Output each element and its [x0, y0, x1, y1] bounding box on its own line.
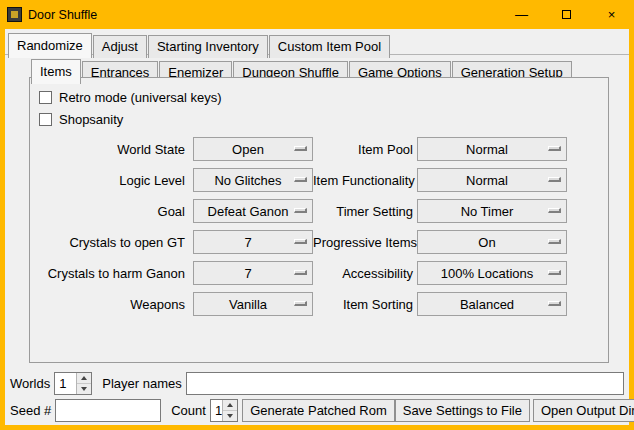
seed-row: Seed # Count 1 Generate Patched Rom Save… [5, 399, 629, 422]
close-button[interactable]: × [589, 0, 634, 29]
worlds-label: Worlds [10, 376, 50, 391]
dropdown-indicator-icon [294, 146, 307, 151]
stepper-down-icon[interactable] [77, 384, 91, 394]
minimize-button[interactable]: — [499, 0, 544, 29]
stepper-arrows [76, 373, 91, 394]
save-settings-button[interactable]: Save Settings to File [395, 399, 530, 422]
dropdown-value: Normal [466, 142, 518, 157]
dropdown-value: Defeat Ganon [208, 204, 299, 219]
maximize-icon [562, 10, 571, 19]
dropdown-indicator-icon [294, 208, 307, 213]
window-title: Door Shuffle [28, 8, 97, 22]
settings-row: Goal Defeat Ganon Timer Setting No Timer [30, 199, 608, 223]
label-item-functionality: Item Functionality [313, 173, 417, 188]
shopsanity-checkbox-box[interactable] [39, 113, 52, 126]
retro-mode-checkbox-box[interactable] [39, 91, 52, 104]
tab-items[interactable]: Items [31, 59, 81, 84]
settings-row: Crystals to open GT 7 Progressive Items … [30, 230, 608, 254]
outer-tab-bar: Randomize Adjust Starting Inventory Cust… [8, 33, 391, 58]
app-window: Door Shuffle — × Randomize Adjust Starti… [0, 0, 634, 430]
label-world-state: World State [30, 142, 193, 157]
dropdown-value: No Timer [461, 204, 524, 219]
dropdown-indicator-icon [548, 270, 561, 275]
items-tab-pane: Retro mode (universal keys) Shopsanity W… [29, 77, 609, 363]
label-crystals-harm-ganon: Crystals to harm Ganon [30, 266, 193, 281]
settings-row: World State Open Item Pool Normal [30, 137, 608, 161]
worlds-stepper[interactable]: 1 [54, 372, 92, 395]
dropdown-value: 100% Locations [441, 266, 544, 281]
player-names-input[interactable] [186, 372, 624, 395]
dropdown-indicator-icon [548, 177, 561, 182]
tab-randomize[interactable]: Randomize [8, 33, 92, 58]
dropdown-weapons[interactable]: Vanilla [193, 292, 313, 316]
seed-label: Seed # [10, 403, 51, 418]
tab-adjust[interactable]: Adjust [93, 35, 147, 58]
label-accessibility: Accessibility [313, 266, 417, 281]
title-bar[interactable]: Door Shuffle — × [0, 0, 634, 29]
dropdown-logic-level[interactable]: No Glitches [193, 168, 313, 192]
settings-row: Crystals to harm Ganon 7 Accessibility 1… [30, 261, 608, 285]
dropdown-value: 7 [244, 235, 261, 250]
client-area: Randomize Adjust Starting Inventory Cust… [5, 29, 629, 425]
worlds-value: 1 [55, 373, 76, 394]
checkbox-retro-mode[interactable]: Retro mode (universal keys) [30, 86, 608, 108]
dropdown-item-sorting[interactable]: Balanced [417, 292, 567, 316]
dropdown-value: On [478, 235, 505, 250]
label-weapons: Weapons [30, 297, 193, 312]
app-icon [7, 7, 22, 22]
label-crystals-open-gt: Crystals to open GT [30, 235, 193, 250]
count-stepper[interactable]: 1 [210, 399, 238, 422]
dropdown-value: Open [232, 142, 274, 157]
generate-patched-rom-button[interactable]: Generate Patched Rom [242, 399, 395, 422]
stepper-up-icon[interactable] [77, 373, 91, 384]
dropdown-indicator-icon [548, 301, 561, 306]
open-output-directory-button[interactable]: Open Output Directory [533, 399, 634, 422]
dropdown-value: Vanilla [229, 297, 277, 312]
retro-mode-label: Retro mode (universal keys) [59, 90, 222, 105]
count-label: Count [171, 403, 206, 418]
dropdown-item-functionality[interactable]: Normal [417, 168, 567, 192]
dropdown-value: Normal [466, 173, 518, 188]
stepper-up-icon[interactable] [223, 400, 237, 411]
checkbox-shopsanity[interactable]: Shopsanity [30, 108, 608, 130]
stepper-arrows [222, 400, 237, 421]
dropdown-world-state[interactable]: Open [193, 137, 313, 161]
player-names-label: Player names [102, 376, 181, 391]
dropdown-indicator-icon [548, 239, 561, 244]
dropdown-indicator-icon [548, 146, 561, 151]
dropdown-indicator-icon [294, 239, 307, 244]
tab-custom-item-pool[interactable]: Custom Item Pool [269, 35, 390, 58]
dropdown-value: 7 [244, 266, 261, 281]
label-item-pool: Item Pool [313, 142, 417, 157]
seed-input[interactable] [55, 399, 161, 422]
label-logic-level: Logic Level [30, 173, 193, 188]
dropdown-value: Balanced [460, 297, 524, 312]
label-goal: Goal [30, 204, 193, 219]
dropdown-indicator-icon [548, 208, 561, 213]
dropdown-accessibility[interactable]: 100% Locations [417, 261, 567, 285]
dropdown-crystals-harm-ganon[interactable]: 7 [193, 261, 313, 285]
dropdown-progressive-items[interactable]: On [417, 230, 567, 254]
stepper-down-icon[interactable] [223, 411, 237, 421]
settings-row: Weapons Vanilla Item Sorting Balanced [30, 292, 608, 316]
dropdown-goal[interactable]: Defeat Ganon [193, 199, 313, 223]
label-item-sorting: Item Sorting [313, 297, 417, 312]
label-timer-setting: Timer Setting [313, 204, 417, 219]
dropdown-indicator-icon [294, 177, 307, 182]
settings-row: Logic Level No Glitches Item Functionali… [30, 168, 608, 192]
count-value: 1 [211, 400, 222, 421]
label-progressive-items: Progressive Items [313, 235, 417, 250]
worlds-row: Worlds 1 Player names [5, 372, 629, 395]
dropdown-item-pool[interactable]: Normal [417, 137, 567, 161]
tab-starting-inventory[interactable]: Starting Inventory [148, 35, 268, 58]
dropdown-crystals-open-gt[interactable]: 7 [193, 230, 313, 254]
shopsanity-label: Shopsanity [59, 112, 123, 127]
dropdown-indicator-icon [294, 270, 307, 275]
dropdown-value: No Glitches [214, 173, 291, 188]
dropdown-indicator-icon [294, 301, 307, 306]
dropdown-timer-setting[interactable]: No Timer [417, 199, 567, 223]
maximize-button[interactable] [544, 0, 589, 29]
